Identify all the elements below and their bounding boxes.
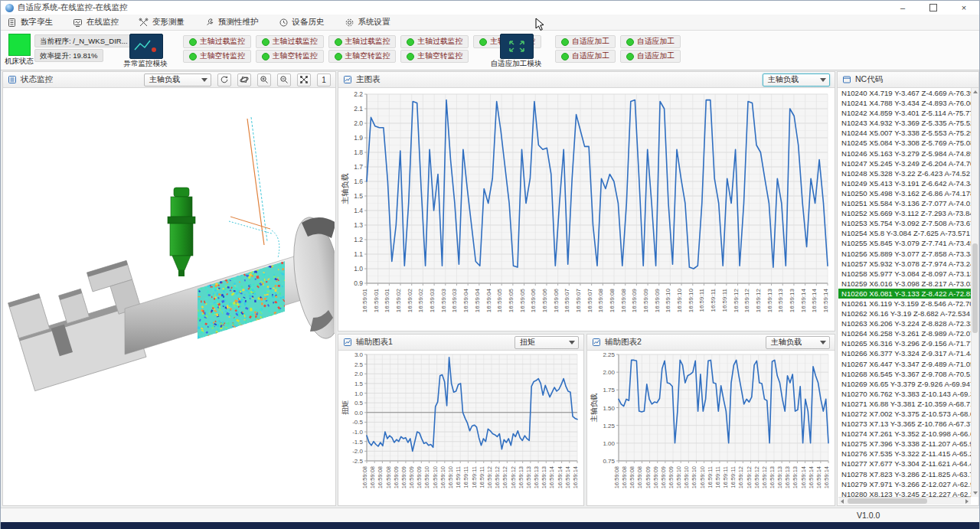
nc-line[interactable]: N10272 X7.002 Y-3.375 Z-10.573 A-68.05 [838, 409, 971, 419]
menu-item-digital-twin[interactable]: 数字孪生 [7, 17, 53, 28]
menu-label: 变形测量 [152, 17, 185, 28]
fit-view-button[interactable] [297, 73, 311, 87]
nc-line[interactable]: N10244 X5.007 Y-3.338 Z-5.553 A-75.297 [838, 128, 971, 138]
nc-line[interactable]: N10258 X5.977 Y-3.084 Z-8.097 A-73.138 [838, 269, 971, 279]
scroll-right-arrow[interactable] [963, 498, 971, 505]
x-tick-label: 16:59:12 [486, 466, 493, 488]
x-tick-label: 16:59:12 [494, 466, 501, 488]
nc-line[interactable]: N10256 X5.889 Y-3.077 Z-7.858 A-73.348 [838, 249, 971, 259]
nc-line[interactable]: N10246 X5.163 Y-3.279 Z-5.984 A-74.892 [838, 149, 971, 158]
nc-line[interactable]: N10242 X4.859 Y-3.401 Z-5.114 A-75.775 [838, 108, 971, 118]
x-tick-label: 16:59:08 [377, 466, 384, 488]
nc-line[interactable]: N10251 X5.584 Y-3.136 Z-7.077 A-74.012 [838, 198, 971, 208]
nc-line[interactable]: N10280 X8.123 Y-3.245 Z-12.227 A-62.23 [838, 489, 971, 497]
signal-selector-3d[interactable]: 主轴负载 [144, 73, 211, 87]
adaptive-buttons-row2: 自适应加工自适应加工 [555, 50, 681, 63]
nc-line[interactable]: N10253 X5.754 Y-3.092 Z-7.508 A-73.677 [838, 218, 971, 228]
menu-item-device-history[interactable]: 设备历史 [279, 17, 325, 28]
nc-line[interactable]: N10265 X6.316 Y-3.296 Z-9.156 A-71.771 [838, 338, 971, 348]
adaptive-machining-button-b-2[interactable]: 自适应加工 [620, 50, 681, 63]
adaptive-machining-button-1[interactable]: 自适应加工 [555, 35, 616, 48]
nc-line[interactable]: N10241 X4.788 Y-3.434 Z-4.893 A-76.062 [838, 98, 971, 108]
nc-code-list[interactable]: N10240 X4.719 Y-3.467 Z-4.669 A-76.396N1… [838, 88, 971, 497]
nc-line[interactable]: N10247 X5.245 Y-3.249 Z-6.204 A-74.701 [838, 158, 971, 168]
menu-item-system-settings[interactable]: 系统设置 [345, 17, 390, 28]
nc-line[interactable]: N10269 X6.65 Y-3.379 Z-9.926 A-69.947 C [838, 379, 971, 389]
scroll-left-arrow[interactable] [838, 498, 846, 505]
nc-line-current[interactable]: N10260 X6.081 Y-3.133 Z-8.422 A-72.835 [838, 289, 971, 299]
nc-line[interactable]: N10252 X5.669 Y-3.112 Z-7.293 A-73.844 [838, 208, 971, 218]
minimize-button[interactable]: – [887, 1, 918, 15]
spindle-overload-monitor-button-3[interactable]: 主轴过载监控 [328, 35, 397, 48]
menu-item-predictive-maintenance[interactable]: 预测性维护 [204, 17, 259, 28]
zoom-level-button[interactable]: 1 [317, 73, 331, 87]
nc-line[interactable]: N10250 X5.498 Y-3.162 Z-6.86 A-74.178 C [838, 188, 971, 198]
close-button[interactable]: × [949, 1, 979, 15]
spindle-overload-monitor-button-1[interactable]: 主轴过载监控 [183, 35, 251, 48]
main-chart-panel: 主图表 主轴负载 16:59:0116:59:0116:59:0116:59:0… [338, 71, 835, 331]
nc-line[interactable]: N10266 X6.377 Y-3.324 Z-9.317 A-71.443 [838, 348, 971, 358]
idle-monitor-buttons: 主轴空转监控主轴空转监控主轴空转监控主轴空转监控 [183, 50, 469, 63]
x-tick-label: 16:59:10 [423, 466, 430, 488]
nc-line[interactable]: N10273 X7.13 Y-3.365 Z-10.786 A-67.372 [838, 419, 971, 429]
nc-line[interactable]: N10279 X7.971 Y-3.266 Z-12.027 A-62.98 [838, 479, 971, 489]
x-tick-label: 16:59:11 [471, 466, 478, 488]
scrollbar-thumb[interactable] [972, 243, 978, 333]
scroll-down-arrow[interactable] [972, 489, 979, 497]
nc-line[interactable]: N10277 X7.677 Y-3.304 Z-11.621 A-64.48 [838, 459, 971, 469]
x-tick-label: 16:59:11 [707, 466, 714, 488]
nc-line[interactable]: N10267 X6.447 Y-3.347 Z-9.489 A-71.055 [838, 359, 971, 369]
nc-line[interactable]: N10268 X6.545 Y-3.367 Z-9.708 A-70.519 [838, 369, 971, 379]
spindle-overload-monitor-button-2[interactable]: 主轴过载监控 [256, 35, 324, 48]
menu-item-deformation-measure[interactable]: 变形测量 [139, 17, 185, 28]
adaptive-machining-button-b-1[interactable]: 自适应加工 [555, 50, 616, 63]
nc-line[interactable]: N10275 X7.396 Y-3.338 Z-11.207 A-65.95 [838, 439, 971, 449]
scroll-up-arrow[interactable] [972, 88, 979, 96]
nc-line[interactable]: N10276 X7.535 Y-3.322 Z-11.415 A-65.22 [838, 449, 971, 459]
maximize-button[interactable] [918, 1, 949, 15]
nc-line[interactable]: N10257 X5.932 Y-3.078 Z-7.974 A-73.243 [838, 259, 971, 269]
spindle-overload-monitor-button-4[interactable]: 主轴过载监控 [400, 35, 469, 48]
spindle-idle-monitor-button-4[interactable]: 主轴空转监控 [400, 50, 469, 63]
y-tick-label: 1.9 [354, 134, 363, 142]
spindle-idle-monitor-button-1[interactable]: 主轴空转监控 [183, 50, 251, 63]
nc-line[interactable]: N10248 X5.328 Y-3.22 Z-6.423 A-74.52 C [838, 168, 971, 178]
nc-line[interactable]: N10278 X7.823 Y-3.286 Z-11.825 A-63.73 [838, 469, 971, 479]
main-chart-signal-selector[interactable]: 主轴负载 [763, 73, 830, 87]
nc-line[interactable]: N10271 X6.88 Y-3.381 Z-10.359 A-68.711 [838, 399, 971, 409]
aux-chart2-signal-selector[interactable]: 主轴负载 [766, 336, 830, 349]
maximize-icon [929, 4, 937, 11]
spindle-idle-monitor-button-2[interactable]: 主轴空转监控 [256, 50, 324, 63]
zoom-in-button[interactable] [257, 73, 271, 87]
aux-chart1[interactable]: 16:59:0816:59:0816:59:0816:59:0816:59:09… [339, 351, 583, 505]
nc-line[interactable]: N10249 X5.413 Y-3.191 Z-6.642 A-74.346 [838, 178, 971, 188]
menu-item-online-monitor[interactable]: 在线监控 [73, 17, 119, 28]
3d-viewport[interactable] [4, 88, 335, 505]
nc-line[interactable]: N10264 X6.258 Y-3.261 Z-8.989 A-72.072 [838, 328, 971, 338]
main-chart[interactable]: 16:59:0116:59:0116:59:0116:59:0216:59:02… [339, 88, 834, 330]
orbit-view-button[interactable] [237, 73, 251, 87]
spindle-idle-monitor-button-3[interactable]: 主轴空转监控 [328, 50, 397, 63]
nc-line[interactable]: N10270 X6.762 Y-3.383 Z-10.143 A-69.34 [838, 389, 971, 399]
x-tick-label: 16:59:14 [800, 466, 807, 488]
scrollbar-thumb[interactable] [848, 498, 927, 504]
x-tick-label: 16:59:10 [683, 466, 690, 488]
nc-line[interactable]: N10274 X7.261 Y-3.352 Z-10.998 A-66.67 [838, 429, 971, 439]
nc-line[interactable]: N10263 X6.206 Y-3.224 Z-8.828 A-72.33 C [838, 318, 971, 328]
nc-line[interactable]: N10240 X4.719 Y-3.467 Z-4.669 A-76.396 [838, 88, 971, 98]
aux-chart1-signal-selector[interactable]: 扭矩 [514, 336, 579, 349]
nc-vertical-scrollbar[interactable] [971, 88, 978, 497]
nc-horizontal-scrollbar[interactable] [838, 497, 971, 505]
nc-line[interactable]: N10255 X5.845 Y-3.079 Z-7.741 A-73.458 [838, 238, 971, 248]
nc-line[interactable]: N10243 X4.932 Y-3.369 Z-5.335 A-75.523 [838, 118, 971, 128]
adaptive-machining-button-2[interactable]: 自适应加工 [620, 35, 681, 48]
nc-line[interactable]: N10262 X6.16 Y-3.19 Z-8.682 A-72.534 C [838, 309, 971, 318]
nc-line[interactable]: N10245 X5.084 Y-3.308 Z-5.769 A-75.088 [838, 138, 971, 148]
aux-chart2[interactable]: 16:59:0816:59:0816:59:0816:59:0816:59:09… [588, 351, 834, 505]
nc-line[interactable]: N10261 X6.119 Y-3.159 Z-8.546 A-72.701 [838, 299, 971, 309]
rotate-view-button[interactable] [217, 73, 231, 87]
nc-line[interactable]: N10254 X5.8 Y-3.084 Z-7.625 A-73.571 C [838, 228, 971, 238]
nc-line[interactable]: N10259 X6.016 Y-3.098 Z-8.217 A-73.036 [838, 279, 971, 289]
zoom-out-button[interactable] [277, 73, 291, 87]
y-tick-label: 2.5 [354, 361, 364, 368]
